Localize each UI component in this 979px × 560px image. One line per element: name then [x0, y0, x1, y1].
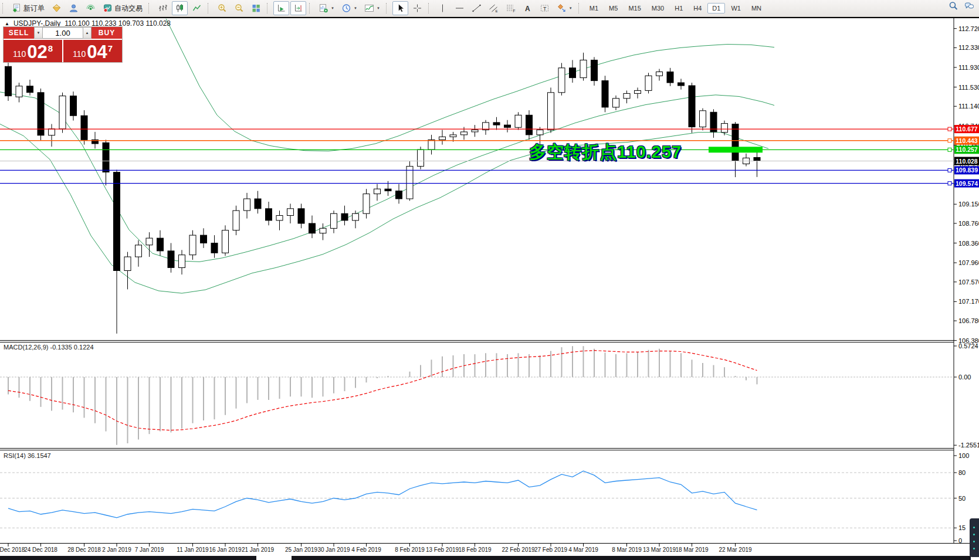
- price-tick-label: 106.780: [958, 317, 979, 324]
- group-separator: [148, 3, 152, 13]
- candle-body: [255, 199, 261, 209]
- volume-input[interactable]: [43, 27, 83, 39]
- sell-button[interactable]: SELL: [4, 27, 34, 40]
- chart-annotation-text[interactable]: 多空转折点110.257: [529, 141, 682, 164]
- signals-button[interactable]: [83, 1, 99, 15]
- text-label-tool[interactable]: T: [537, 1, 553, 15]
- candle-body: [656, 72, 663, 76]
- tile-windows-button[interactable]: [248, 1, 264, 15]
- price-tick-label: 108.760: [958, 220, 979, 227]
- zoom-out-button[interactable]: [231, 1, 247, 15]
- text-tool[interactable]: A: [520, 1, 536, 15]
- volume-stepper: ▼ ▲: [34, 27, 92, 40]
- group-separator: [428, 3, 432, 13]
- candle-body: [602, 81, 608, 107]
- date-label: 7 Jan 2019: [135, 547, 164, 553]
- line-handle[interactable]: [948, 127, 951, 131]
- candle-body: [406, 167, 413, 199]
- timeframe-button-MN[interactable]: MN: [747, 3, 766, 13]
- buy-button[interactable]: BUY: [92, 27, 122, 40]
- line-handle[interactable]: [948, 139, 951, 142]
- group-separator: [578, 3, 582, 13]
- timeframe-button-M5[interactable]: M5: [604, 3, 622, 13]
- corner-widget[interactable]: [970, 518, 979, 557]
- chart-shift-icon: [293, 4, 303, 13]
- channel-tool[interactable]: E: [486, 1, 502, 15]
- candle-body: [667, 72, 673, 83]
- svg-text:A: A: [525, 5, 530, 13]
- candle-body: [70, 96, 77, 116]
- fibonacci-tool[interactable]: F: [503, 1, 519, 15]
- metaeditor-button[interactable]: [49, 1, 65, 15]
- date-label: 2 Jan 2019: [102, 547, 131, 553]
- chart-canvas[interactable]: 112.720112.330111.930111.530111.140110.7…: [0, 0, 979, 560]
- candle-body: [27, 86, 33, 93]
- date-label: 11 Jan 2019: [177, 547, 209, 553]
- svg-text:E: E: [495, 9, 497, 13]
- date-label: 16 Jan 2019: [209, 547, 241, 553]
- fibonacci-icon: F: [506, 4, 516, 13]
- date-label: 27 Feb 2019: [534, 547, 568, 553]
- new-chart-button[interactable]: ▼: [316, 1, 337, 15]
- timeframe-button-H1[interactable]: H1: [670, 3, 687, 13]
- line-handle[interactable]: [948, 182, 951, 185]
- svg-text:T: T: [543, 6, 547, 12]
- periods-clock-button[interactable]: ▼: [338, 1, 360, 15]
- tile-windows-icon: [251, 4, 261, 13]
- timeframe-button-M15[interactable]: M15: [624, 3, 645, 13]
- candle-body: [700, 111, 706, 127]
- volume-increase-button[interactable]: ▲: [83, 27, 92, 39]
- crosshair-tool-button[interactable]: [409, 1, 425, 15]
- rsi-value: 36.1547: [28, 452, 51, 459]
- line-handle[interactable]: [948, 148, 951, 151]
- date-label: 18 Mar 2019: [675, 547, 709, 553]
- line-handle[interactable]: [948, 168, 951, 172]
- buy-price-display[interactable]: 110047: [63, 40, 122, 62]
- shapes-tool[interactable]: ▼: [554, 1, 575, 15]
- search-icon[interactable]: [948, 1, 958, 11]
- vertical-line-tool[interactable]: [435, 1, 450, 15]
- timeframe-button-H4[interactable]: H4: [689, 3, 706, 13]
- timeframe-button-M30[interactable]: M30: [647, 3, 669, 13]
- timeframe-button-D1[interactable]: D1: [707, 3, 725, 13]
- chart-shift-button[interactable]: [290, 1, 306, 15]
- zoom-in-button[interactable]: [214, 1, 230, 15]
- rsi-label: RSI(14) 36.1547: [4, 452, 51, 459]
- new-order-button[interactable]: 新订单: [9, 1, 48, 15]
- cursor-tool-button[interactable]: [392, 1, 408, 15]
- candle-body: [168, 251, 174, 268]
- timeframe-button-W1[interactable]: W1: [726, 3, 746, 13]
- candle-body: [157, 238, 164, 251]
- autotrading-button[interactable]: 自动交易: [100, 1, 145, 15]
- highlight-segment[interactable]: [709, 147, 763, 152]
- candle-body: [244, 199, 250, 211]
- candle-body: [558, 68, 565, 93]
- candle-body: [526, 115, 533, 135]
- clock-icon: [341, 4, 351, 13]
- bar-chart-mode-button[interactable]: [155, 1, 171, 15]
- horizontal-line-tool[interactable]: [452, 1, 468, 15]
- candlestick-mode-button[interactable]: [172, 1, 188, 15]
- volume-decrease-button[interactable]: ▼: [34, 27, 43, 39]
- candle-body: [103, 142, 109, 172]
- collapse-panel-icon[interactable]: ▲: [5, 21, 9, 26]
- candle-body: [233, 211, 239, 230]
- chat-icon[interactable]: [964, 1, 974, 11]
- trendline-tool[interactable]: [469, 1, 485, 15]
- svg-text:F: F: [513, 9, 515, 13]
- timeframe-button-M1[interactable]: M1: [585, 3, 603, 13]
- community-button[interactable]: [66, 1, 82, 15]
- candle-body: [493, 123, 500, 125]
- date-label: 28 Dec 2018: [67, 547, 101, 553]
- sell-price-display[interactable]: 110028: [4, 40, 62, 62]
- line-chart-mode-button[interactable]: [189, 1, 205, 15]
- price-tick-label: 109.150: [958, 201, 979, 208]
- auto-scroll-button[interactable]: [273, 1, 289, 15]
- price-tag-label: 109.574: [956, 180, 978, 187]
- candle-body: [211, 243, 218, 253]
- trendline-icon: [472, 4, 482, 13]
- candle-body: [591, 60, 598, 80]
- candle-body: [396, 191, 402, 199]
- indicators-button[interactable]: ▼: [361, 1, 383, 15]
- price-tick-label: 111.930: [958, 64, 979, 71]
